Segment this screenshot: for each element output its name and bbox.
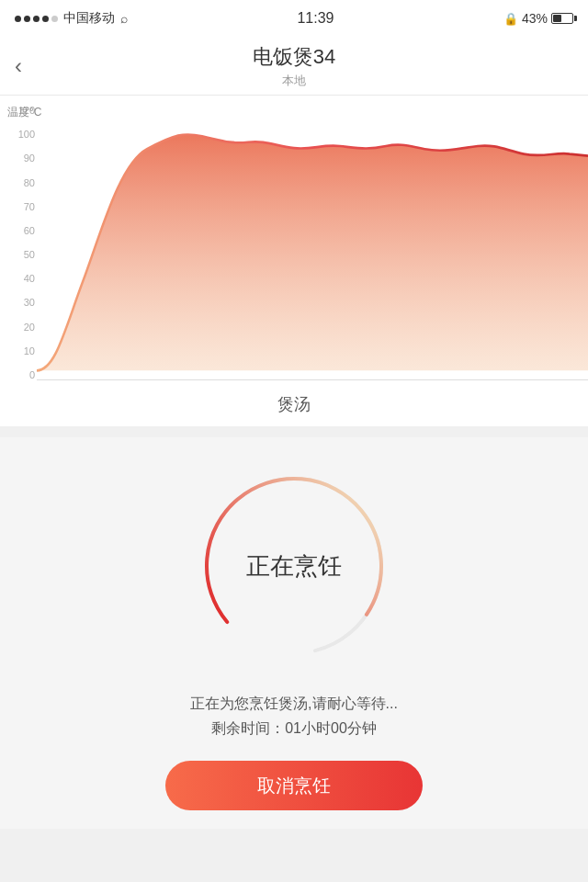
chart-y-label: 温度°C [7, 105, 41, 120]
back-button[interactable]: ‹ [15, 53, 22, 79]
y-label-20: 20 [24, 322, 35, 333]
carrier-label: 中国移动 [63, 10, 115, 27]
cancel-label: 取消烹饪 [257, 774, 331, 798]
cooking-status-label: 正在烹饪 [246, 550, 342, 582]
y-label-100: 100 [18, 129, 35, 140]
chart-canvas [37, 105, 588, 380]
x-axis-line [37, 379, 588, 380]
clock: 11:39 [297, 10, 334, 27]
y-label-0: 0 [29, 369, 35, 380]
cooking-section: 正在烹饪 正在为您烹饪煲汤,请耐心等待... 剩余时间：01小时00分钟 取消烹… [0, 437, 588, 829]
temperature-chart: 120 100 90 80 70 60 50 40 30 20 10 0 [0, 96, 588, 426]
y-label-80: 80 [24, 177, 35, 188]
y-label-40: 40 [24, 273, 35, 284]
y-label-50: 50 [24, 249, 35, 260]
time-label: 剩余时间： [211, 720, 285, 736]
status-left: 中国移动 ⌕ [15, 10, 128, 27]
cancel-button[interactable]: 取消烹饪 [165, 761, 423, 810]
wifi-icon: ⌕ [120, 11, 128, 26]
nav-bar: ‹ 电饭煲34 本地 [0, 37, 588, 96]
battery-fill [553, 15, 561, 22]
y-label-90: 90 [24, 153, 35, 164]
y-label-60: 60 [24, 225, 35, 236]
battery-label: 43% [522, 11, 548, 26]
signal-dots [15, 16, 58, 22]
cooking-progress-circle: 正在烹饪 [193, 465, 395, 667]
y-label-10: 10 [24, 345, 35, 356]
chart-title: 煲汤 [0, 393, 588, 415]
status-right: 🔒 43% [503, 11, 573, 26]
page-title: 电饭煲34 [253, 43, 335, 71]
lock-icon: 🔒 [503, 12, 518, 26]
cooking-status-text-container: 正在烹饪 [246, 550, 342, 582]
y-axis-labels: 120 100 90 80 70 60 50 40 30 20 10 0 [7, 105, 35, 380]
y-label-30: 30 [24, 297, 35, 308]
time-value: 01小时00分钟 [285, 720, 377, 736]
status-bar: 中国移动 ⌕ 11:39 🔒 43% [0, 0, 588, 37]
page-subtitle: 本地 [282, 73, 306, 89]
y-label-70: 70 [24, 201, 35, 212]
battery-icon [551, 13, 573, 24]
status-info: 正在为您烹饪煲汤,请耐心等待... 剩余时间：01小时00分钟 [190, 695, 398, 739]
status-time: 剩余时间：01小时00分钟 [190, 719, 398, 739]
